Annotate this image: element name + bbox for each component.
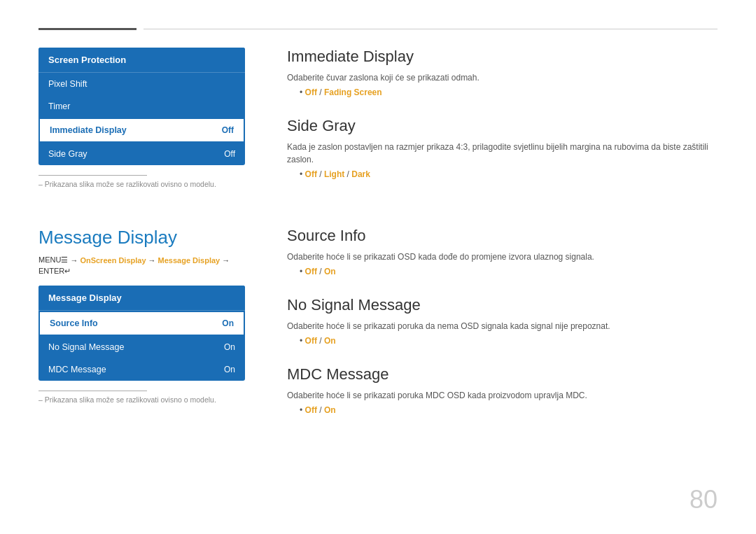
immediate-display-section: Immediate Display Odaberite čuvar zaslon… (287, 48, 718, 97)
option-off-1: Off (305, 87, 317, 97)
note-divider-top (38, 175, 147, 176)
side-gray-section: Side Gray Kada je zaslon postavljen na r… (287, 117, 718, 179)
immediate-display-title: Immediate Display (287, 48, 718, 66)
menu-item-timer[interactable]: Timer (38, 95, 245, 118)
menu-item-no-signal-label: No Signal Message (48, 342, 124, 352)
message-display-title: Message Display (38, 227, 245, 248)
source-on-1: On (324, 267, 336, 276)
menu-item-mdc-message-label: MDC Message (48, 365, 106, 374)
slash-3: / (344, 169, 351, 179)
breadcrumb-arrow-3: → (222, 256, 230, 265)
bottom-section: Message Display MENU☰ → OnScreen Display… (38, 227, 718, 435)
note-top: – Prikazana slika može se razlikovati ov… (38, 180, 245, 188)
no-signal-desc: Odaberite hoće li se prikazati poruka da… (287, 320, 718, 332)
bottom-right-col: Source Info Odaberite hoće li se prikaza… (287, 227, 718, 435)
breadcrumb: MENU☰ → OnScreen Display → Message Displ… (38, 255, 245, 276)
source-info-desc: Odaberite hoće li se prikazati OSD kada … (287, 251, 718, 263)
menu-item-pixel-shift[interactable]: Pixel Shift (38, 73, 245, 95)
slash-2: / (317, 169, 324, 179)
top-two-col: Screen Protection Pixel Shift Timer Imme… (38, 48, 718, 199)
screen-protection-header: Screen Protection (38, 48, 245, 73)
source-info-title: Source Info (287, 227, 718, 245)
mdc-message-section: MDC Message Odaberite hoće li se prikaza… (287, 365, 718, 415)
page-container: Screen Protection Pixel Shift Timer Imme… (0, 0, 756, 463)
mdc-slash: / (317, 405, 324, 415)
mdc-message-title: MDC Message (287, 365, 718, 384)
side-gray-desc: Kada je zaslon postavljen na razmjer pri… (287, 141, 718, 166)
menu-item-source-info[interactable]: Source Info On (38, 311, 245, 336)
menu-item-side-gray-label: Side Gray (48, 149, 88, 159)
note-divider-bottom (38, 391, 147, 391)
note-bottom: – Prikazana slika može se razlikovati ov… (38, 395, 245, 404)
page-number: 80 (690, 485, 718, 514)
option-off-2: Off (305, 169, 317, 179)
breadcrumb-enter: ENTER↵ (38, 267, 71, 276)
no-signal-title: No Signal Message (287, 296, 718, 314)
no-signal-section: No Signal Message Odaberite hoće li se p… (287, 296, 718, 346)
top-right-col: Immediate Display Odaberite čuvar zaslon… (287, 48, 718, 199)
immediate-display-options: Off / Fading Screen (300, 87, 718, 97)
breadcrumb-menu: MENU☰ (38, 255, 68, 265)
menu-item-no-signal-value: On (224, 342, 235, 352)
slash-1: / (317, 87, 324, 97)
mdc-message-desc: Odaberite hoće li se prikazati poruka MD… (287, 389, 718, 402)
no-signal-slash: / (317, 336, 324, 346)
menu-item-mdc-message[interactable]: MDC Message On (38, 358, 245, 381)
menu-item-immediate-display-value: Off (222, 125, 234, 135)
menu-item-pixel-shift-label: Pixel Shift (48, 79, 88, 89)
menu-item-side-gray[interactable]: Side Gray Off (38, 143, 245, 165)
option-light: Light (324, 169, 344, 179)
menu-item-immediate-display[interactable]: Immediate Display Off (38, 118, 245, 143)
mdc-message-options: Off / On (300, 405, 718, 415)
mdc-on: On (324, 405, 336, 415)
breadcrumb-arrow-2: → (148, 256, 156, 265)
option-dark: Dark (351, 169, 370, 179)
source-off-1: Off (305, 267, 317, 276)
menu-item-mdc-message-value: On (224, 365, 235, 374)
no-signal-options: Off / On (300, 336, 718, 346)
source-info-section: Source Info Odaberite hoće li se prikaza… (287, 227, 718, 276)
immediate-display-desc: Odaberite čuvar zaslona koji će se prika… (287, 71, 718, 84)
side-gray-title: Side Gray (287, 117, 718, 135)
message-display-panel: Message Display MENU☰ → OnScreen Display… (38, 227, 245, 435)
breadcrumb-onscreen: OnScreen Display (80, 256, 146, 265)
top-dividers (38, 28, 718, 30)
menu-item-timer-label: Timer (48, 101, 70, 111)
menu-item-no-signal[interactable]: No Signal Message On (38, 336, 245, 358)
option-fading: Fading Screen (324, 87, 382, 97)
breadcrumb-message-display: Message Display (158, 256, 220, 265)
breadcrumb-arrow-1: → (70, 256, 78, 265)
side-gray-options: Off / Light / Dark (300, 169, 718, 179)
divider-long (144, 29, 718, 29)
source-slash-1: / (317, 267, 324, 276)
source-info-options: Off / On (300, 267, 718, 276)
message-display-menu: Message Display Source Info On No Signal… (38, 286, 245, 381)
menu-item-source-info-label: Source Info (50, 318, 98, 328)
divider-short (38, 28, 136, 30)
menu-item-immediate-display-label: Immediate Display (50, 125, 127, 135)
no-signal-on: On (324, 336, 336, 346)
menu-item-source-info-value: On (222, 318, 234, 328)
no-signal-off: Off (305, 336, 317, 346)
mdc-off: Off (305, 405, 317, 415)
screen-protection-panel: Screen Protection Pixel Shift Timer Imme… (38, 48, 245, 199)
menu-item-side-gray-value: Off (224, 149, 235, 159)
message-display-header: Message Display (38, 286, 245, 311)
screen-protection-menu: Screen Protection Pixel Shift Timer Imme… (38, 48, 245, 165)
